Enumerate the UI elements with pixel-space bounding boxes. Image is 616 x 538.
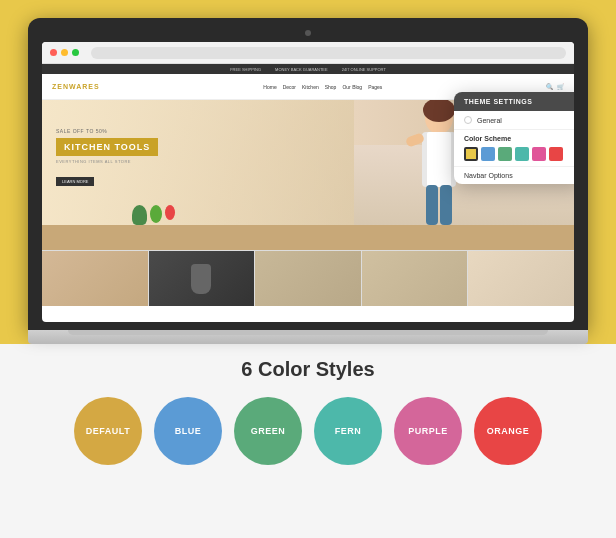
top-bar-shipping: FREE SHIPPING: [230, 67, 261, 72]
swatch-orange[interactable]: [549, 147, 563, 161]
nav-decor[interactable]: Decor: [283, 84, 296, 90]
theme-settings-panel: THEME SETTINGS General Color Scheme: [454, 92, 574, 184]
laptop-base: [28, 330, 588, 344]
laptop-screen-inner: FREE SHIPPING MONEY BACK GUARANTEE 24/7 …: [42, 42, 574, 322]
laptop-container: FREE SHIPPING MONEY BACK GUARANTEE 24/7 …: [28, 18, 588, 344]
theme-navbar-option[interactable]: Navbar Options: [454, 166, 574, 184]
thumb-5[interactable]: [468, 251, 574, 306]
swatch-blue[interactable]: [481, 147, 495, 161]
laptop-screen-outer: FREE SHIPPING MONEY BACK GUARANTEE 24/7 …: [28, 18, 588, 330]
kitchen-counter: [42, 225, 574, 250]
theme-panel-header: THEME SETTINGS: [454, 92, 574, 111]
site-top-bar: FREE SHIPPING MONEY BACK GUARANTEE 24/7 …: [42, 64, 574, 74]
browser-dot-green[interactable]: [72, 49, 79, 56]
thumb-1[interactable]: [42, 251, 149, 306]
swatch-default[interactable]: [464, 147, 478, 161]
hero-veggies: [132, 205, 175, 225]
color-circle-label-blue: BLUE: [175, 426, 202, 436]
color-circle-fern[interactable]: FERN: [314, 397, 382, 465]
laptop-camera: [305, 30, 311, 36]
bottom-section: 6 Color Styles DEFAULTBLUEGREENFERNPURPL…: [0, 344, 616, 538]
color-circle-purple[interactable]: PURPLE: [394, 397, 462, 465]
color-circle-default[interactable]: DEFAULT: [74, 397, 142, 465]
top-bar-guarantee: MONEY BACK GUARANTEE: [275, 67, 328, 72]
color-swatches: [464, 147, 574, 161]
nav-pages[interactable]: Pages: [368, 84, 382, 90]
site-logo: ZENWARES: [52, 83, 100, 90]
color-circle-orange[interactable]: ORANGE: [474, 397, 542, 465]
hero-title: KITCHEN TOOLS: [64, 142, 150, 152]
nav-kitchen[interactable]: Kitchen: [302, 84, 319, 90]
nav-home[interactable]: Home: [263, 84, 276, 90]
svg-rect-3: [427, 132, 451, 187]
browser-bar: [42, 42, 574, 64]
hero-text: SALE OFF TO 50% KITCHEN TOOLS EVERYTHING…: [56, 128, 158, 187]
search-icon[interactable]: 🔍: [546, 83, 553, 90]
color-circle-label-orange: ORANGE: [487, 426, 530, 436]
svg-rect-7: [440, 185, 452, 225]
thumb-3[interactable]: [255, 251, 362, 306]
swatch-fern[interactable]: [515, 147, 529, 161]
thumb-2[interactable]: [149, 251, 256, 306]
hero-subtitle: EVERYTHING ITEMS ALL STORE: [56, 159, 158, 164]
swatch-purple[interactable]: [532, 147, 546, 161]
theme-general-option[interactable]: General: [454, 111, 574, 130]
laptop-hinge: [68, 330, 548, 335]
color-circle-label-default: DEFAULT: [86, 426, 130, 436]
site-nav: Home Decor Kitchen Shop Our Blog Pages: [263, 84, 382, 90]
top-bar-support: 24/7 ONLINE SUPPORT: [342, 67, 386, 72]
nav-shop[interactable]: Shop: [325, 84, 337, 90]
cart-icon[interactable]: 🛒: [557, 83, 564, 90]
browser-dot-yellow[interactable]: [61, 49, 68, 56]
browser-url-bar[interactable]: [91, 47, 566, 59]
hero-sale-text: SALE OFF TO 50%: [56, 128, 158, 134]
color-scheme-title: Color Scheme: [464, 135, 574, 142]
nav-blog[interactable]: Our Blog: [342, 84, 362, 90]
thumbnail-row: [42, 250, 574, 306]
svg-rect-6: [426, 185, 438, 225]
color-circles-row: DEFAULTBLUEGREENFERNPURPLEORANGE: [74, 397, 542, 465]
general-radio[interactable]: [464, 116, 472, 124]
site-icons: 🔍 🛒: [546, 83, 564, 90]
color-circle-label-fern: FERN: [335, 426, 362, 436]
color-circle-blue[interactable]: BLUE: [154, 397, 222, 465]
hero-title-box: KITCHEN TOOLS: [56, 138, 158, 156]
color-circle-green[interactable]: GREEN: [234, 397, 302, 465]
theme-color-section: Color Scheme: [454, 130, 574, 166]
thumb-4[interactable]: [362, 251, 469, 306]
color-circle-label-green: GREEN: [251, 426, 286, 436]
hero-cta-button[interactable]: LEARN MORE: [56, 177, 94, 186]
color-circle-label-purple: PURPLE: [408, 426, 448, 436]
swatch-green[interactable]: [498, 147, 512, 161]
browser-dot-red[interactable]: [50, 49, 57, 56]
general-label: General: [477, 117, 502, 124]
color-styles-title: 6 Color Styles: [241, 358, 374, 381]
